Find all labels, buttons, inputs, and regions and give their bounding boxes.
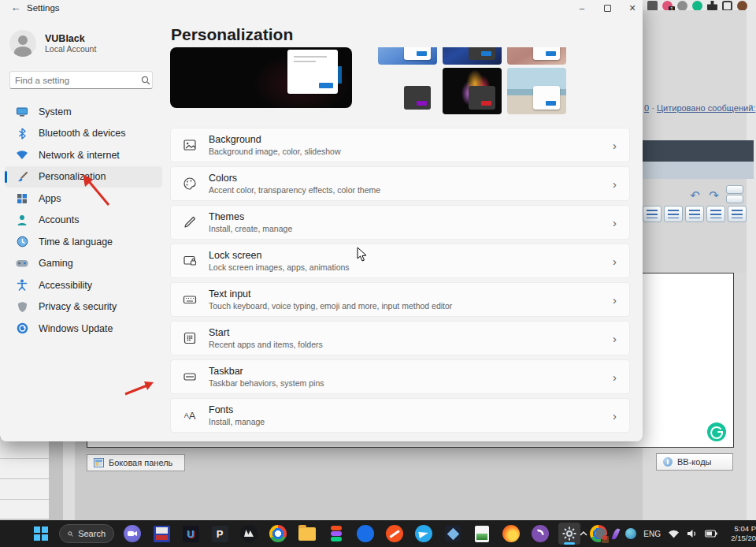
app-file-explorer[interactable] <box>296 523 318 545</box>
bbcodes-button[interactable]: ВВ-коды <box>656 453 733 471</box>
align-center-button[interactable] <box>664 206 683 222</box>
taskbar-search[interactable]: Search <box>59 524 114 543</box>
tray-clock[interactable]: 5:04 P 2/15/20 <box>724 524 756 543</box>
preview-window-card <box>287 50 338 94</box>
mail-extension-icon[interactable] <box>647 1 658 10</box>
row-fonts[interactable]: AA FontsInstall, manage › <box>170 398 630 433</box>
sidebar-item-network-internet[interactable]: Network & internet <box>5 144 162 166</box>
tray-chevron-up-icon[interactable] <box>579 530 588 537</box>
grammarly-extension-icon[interactable] <box>692 1 702 10</box>
sidebar-item-accessibility[interactable]: Accessibility <box>5 274 162 296</box>
browser-profile-avatar[interactable] <box>737 1 747 10</box>
sidebar-item-time-language[interactable]: Time & language <box>5 231 162 253</box>
app-blue-circle[interactable] <box>354 523 376 545</box>
back-button[interactable]: ← <box>8 2 24 13</box>
bluetooth-icon <box>16 127 28 140</box>
align-right-button[interactable] <box>685 206 704 222</box>
sidebar-toggle-icon[interactable] <box>722 1 732 10</box>
wifi-icon[interactable] <box>668 530 680 538</box>
grammarly-icon[interactable] <box>707 422 726 441</box>
language-indicator[interactable]: ENG <box>643 530 661 538</box>
tray-update-icon[interactable] <box>595 528 606 539</box>
row-themes[interactable]: ThemesInstall, create, manage › <box>170 205 630 240</box>
personalization-settings-list: BackgroundBackground image, color, slide… <box>170 128 630 433</box>
windows-update-icon <box>16 322 28 335</box>
forum-side-list <box>0 438 49 519</box>
app-viber[interactable] <box>529 523 551 545</box>
theme-tile-2[interactable] <box>443 47 502 65</box>
sidebar-item-bluetooth-devices[interactable]: Bluetooth & devices <box>5 123 162 145</box>
editor-spin-up-button[interactable] <box>726 185 743 194</box>
theme-tile-3[interactable] <box>507 47 566 65</box>
sidebar-item-privacy-security[interactable]: Privacy & security <box>5 296 162 318</box>
app-figma[interactable] <box>325 523 347 545</box>
app-orange-circle[interactable] <box>384 523 406 545</box>
battery-icon[interactable] <box>705 530 717 538</box>
theme-tile-5[interactable] <box>443 68 502 114</box>
sidebar-item-apps[interactable]: Apps <box>5 188 162 210</box>
editor-spin-down-button[interactable] <box>726 195 743 203</box>
settings-window: ← Settings – ✕ VUBlack Local Account Sys… <box>0 0 643 441</box>
app-telegram[interactable] <box>413 523 435 545</box>
row-text-input[interactable]: Text inputTouch keyboard, voice typing, … <box>170 282 630 317</box>
chevron-right-icon: › <box>613 294 617 306</box>
gaming-gamepad-icon <box>16 257 28 270</box>
maximize-button[interactable] <box>595 0 619 16</box>
background-icon <box>182 137 198 153</box>
apps-grid-icon <box>16 192 28 205</box>
close-button[interactable]: ✕ <box>621 0 643 16</box>
row-lock-screen[interactable]: Lock screenLock screen images, apps, ani… <box>170 244 630 278</box>
network-wifi-icon <box>16 149 28 162</box>
redo-button[interactable]: ↷ <box>706 188 722 203</box>
extensions-puzzle-icon[interactable] <box>707 1 717 10</box>
start-button[interactable] <box>30 523 52 545</box>
privacy-shield-icon <box>16 300 28 313</box>
forum-header-bar <box>643 140 754 162</box>
tray-feather-icon[interactable] <box>612 527 621 540</box>
app-p-letter[interactable]: P <box>209 523 231 545</box>
pink-extension-icon[interactable]: 1 <box>662 1 673 10</box>
theme-tile-6[interactable] <box>507 68 566 114</box>
minimize-button[interactable]: – <box>570 0 594 16</box>
app-image-viewer[interactable] <box>471 523 493 545</box>
sidebar-item-windows-update[interactable]: Windows Update <box>5 318 162 340</box>
accounts-person-icon <box>16 214 28 226</box>
ordered-list-button[interactable] <box>706 206 725 222</box>
user-avatar[interactable] <box>9 30 36 57</box>
settings-search[interactable] <box>9 71 153 89</box>
row-colors[interactable]: ColorsAccent color, transparency effects… <box>170 166 630 201</box>
page-gutter-light <box>63 438 75 520</box>
sidebar-panel-button[interactable]: Боковая панель <box>87 454 185 471</box>
app-virtualbox[interactable] <box>442 523 464 545</box>
preview-side-tab <box>338 66 342 84</box>
sidebar-item-gaming[interactable]: Gaming <box>5 253 162 275</box>
preview-accent-button <box>319 83 333 88</box>
tray-app-icon[interactable] <box>625 528 636 539</box>
quoted-messages-link[interactable]: Цитировано сообщений: <box>657 103 755 113</box>
volume-icon[interactable] <box>687 529 698 538</box>
app-u-letter[interactable]: U <box>180 523 202 545</box>
quote-count-link[interactable]: 0 <box>644 103 649 113</box>
sidebar-item-personalization[interactable]: Personalization <box>5 166 162 188</box>
start-icon <box>182 330 198 346</box>
app-chrome[interactable] <box>267 523 289 545</box>
row-start[interactable]: StartRecent apps and items, folders › <box>170 321 630 355</box>
gray-extension-icon[interactable] <box>677 1 687 10</box>
theme-tile-4[interactable] <box>378 68 437 114</box>
row-taskbar[interactable]: TaskbarTaskbar behaviors, system pins › <box>170 359 630 394</box>
unordered-list-button[interactable] <box>728 206 747 222</box>
app-game-dark[interactable] <box>238 523 260 545</box>
app-floppy-retro[interactable] <box>150 523 172 545</box>
row-background[interactable]: BackgroundBackground image, color, slide… <box>170 128 630 162</box>
theme-tile-1[interactable] <box>378 47 437 65</box>
app-firefox[interactable] <box>500 523 522 545</box>
undo-button[interactable]: ↶ <box>687 188 703 203</box>
chevron-right-icon: › <box>613 217 617 229</box>
sidebar-item-accounts[interactable]: Accounts <box>5 210 162 232</box>
search-input[interactable] <box>10 76 141 85</box>
app-video-chat[interactable] <box>121 523 143 545</box>
align-left-button[interactable] <box>643 206 662 222</box>
sidebar-item-system[interactable]: System <box>5 101 162 123</box>
app-settings-active[interactable] <box>558 523 580 545</box>
window-title: Settings <box>27 3 60 13</box>
